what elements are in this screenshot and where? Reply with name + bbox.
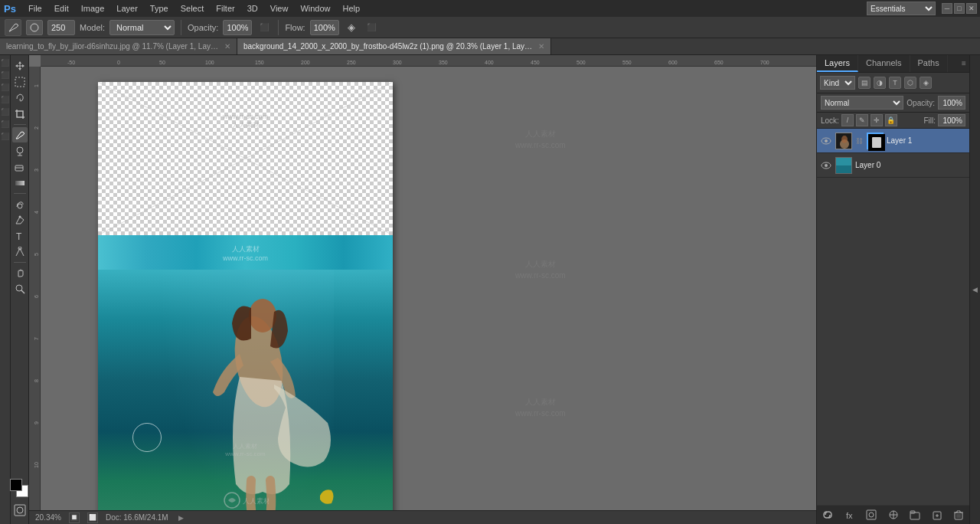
menu-layer[interactable]: Layer: [111, 2, 143, 15]
menu-help[interactable]: Help: [338, 2, 366, 15]
blend-mode-select[interactable]: Normal: [109, 20, 175, 35]
color-swatches[interactable]: [10, 479, 30, 499]
extra-icon-6[interactable]: ⬛: [1, 120, 10, 129]
menu-view[interactable]: View: [265, 2, 294, 15]
opacity-input[interactable]: 100%: [223, 20, 252, 35]
extra-icon-3[interactable]: ⬛: [1, 83, 10, 92]
flow-pressure-icon[interactable]: ⬛: [364, 20, 379, 35]
add-style-icon[interactable]: fx: [843, 508, 857, 522]
options-bar: 250 Model: Normal Opacity: 100% ⬛ Flow: …: [0, 17, 980, 38]
restore-button[interactable]: □: [954, 3, 965, 14]
extra-icon-4[interactable]: ⬛: [1, 95, 10, 104]
layer-item-0[interactable]: Layer 0: [817, 153, 969, 178]
tool-crop[interactable]: [12, 106, 28, 122]
svg-text:500: 500: [577, 60, 586, 65]
lock-position-icon[interactable]: ✛: [871, 114, 883, 126]
tab-0[interactable]: learning_to_fly_by_jlior-d6sinhzu.jpg @ …: [0, 38, 237, 54]
brush-preset-picker[interactable]: [26, 20, 43, 35]
lock-image-icon[interactable]: ✎: [856, 114, 868, 126]
minimize-button[interactable]: ─: [942, 3, 952, 14]
svg-text:50: 50: [159, 60, 165, 65]
tool-move[interactable]: [12, 58, 28, 74]
tool-brush[interactable]: [12, 127, 28, 142]
svg-rect-12: [15, 505, 25, 516]
tool-dodge-burn[interactable]: [12, 196, 28, 211]
status-arrow[interactable]: ▶: [176, 513, 187, 523]
tool-lasso[interactable]: [12, 90, 28, 106]
layer-opacity-input[interactable]: 100%: [938, 96, 965, 110]
fill-input[interactable]: 100%: [938, 114, 965, 126]
layer-1-visibility[interactable]: [820, 135, 832, 147]
menu-image[interactable]: Image: [76, 2, 110, 15]
extra-icon-2[interactable]: ⬛: [1, 70, 10, 80]
ruler-horizontal: -50 0 50 100 150 200 250 300 350 400 450…: [41, 55, 816, 67]
tool-gradient[interactable]: [12, 175, 28, 191]
tool-clone-stamp[interactable]: [12, 143, 28, 159]
tab-1-close[interactable]: ✕: [538, 42, 544, 51]
filter-adjust-icon[interactable]: ◑: [874, 77, 886, 89]
menu-select[interactable]: Select: [175, 2, 210, 15]
opacity-pressure-icon[interactable]: ⬛: [256, 20, 272, 35]
airbrush-icon[interactable]: ◈: [344, 20, 359, 35]
layer-blend-mode[interactable]: Normal: [821, 96, 903, 110]
menu-filter[interactable]: Filter: [211, 2, 240, 15]
tab-0-close[interactable]: ✕: [224, 42, 230, 51]
tool-hand[interactable]: [12, 265, 28, 280]
add-mask-icon[interactable]: [864, 508, 878, 522]
panel-tab-paths[interactable]: Paths: [910, 55, 948, 72]
close-button[interactable]: ✕: [966, 3, 977, 14]
menu-window[interactable]: Window: [295, 2, 335, 15]
menu-3d[interactable]: 3D: [242, 2, 263, 15]
panel-collapse-button[interactable]: ◀: [969, 55, 980, 524]
panel-search-row: Kind ▤ ◑ T ⬡ ◈: [817, 73, 969, 93]
tool-sep-1: [14, 124, 26, 125]
tool-pen[interactable]: [12, 212, 28, 228]
panel-tab-channels[interactable]: Channels: [858, 55, 910, 72]
layer-0-visibility[interactable]: [820, 159, 832, 172]
layer-1-mask[interactable]: [867, 133, 884, 149]
tab-1[interactable]: background_14_2000_x_2000_by_frostbo-d45…: [237, 38, 551, 54]
extra-icon-7[interactable]: ⬛: [1, 132, 10, 141]
flow-input[interactable]: 100%: [310, 20, 339, 35]
foreground-color-swatch[interactable]: [10, 479, 22, 491]
panel-tab-layers[interactable]: Layers: [817, 55, 858, 72]
svg-text:fx: fx: [846, 511, 853, 520]
menu-bar: Ps File Edit Image Layer Type Select Fil…: [0, 0, 980, 17]
extra-icon-1[interactable]: ⬛: [1, 58, 10, 67]
filter-kind-select[interactable]: Kind: [820, 76, 855, 90]
menu-edit[interactable]: Edit: [49, 2, 74, 15]
extra-icon-5[interactable]: ⬛: [1, 107, 10, 116]
filter-shape-icon[interactable]: ⬡: [904, 77, 916, 89]
filter-pixel-icon[interactable]: ▤: [858, 77, 871, 89]
new-layer-icon[interactable]: [930, 508, 944, 522]
tool-zoom[interactable]: [12, 281, 28, 296]
filter-text-icon[interactable]: T: [889, 77, 901, 89]
menu-type[interactable]: Type: [145, 2, 174, 15]
canvas-area[interactable]: 人人素材www.rr-sc.com 人人素材www.rr-sc.com 人人素材…: [41, 67, 816, 510]
tool-sep-2: [14, 193, 26, 194]
tool-path-selection[interactable]: [12, 244, 28, 260]
layer-item-1[interactable]: ⛓ Layer 1: [817, 129, 969, 153]
tool-quick-mask[interactable]: [12, 503, 28, 518]
link-layers-icon[interactable]: [821, 508, 835, 522]
svg-point-54: [825, 164, 828, 167]
model-label: Model:: [80, 23, 105, 32]
tab-1-label: background_14_2000_x_2000_by_frostbo-d45…: [243, 42, 534, 51]
zoom-icon[interactable]: 🔲: [69, 513, 80, 523]
tool-selection[interactable]: [12, 74, 28, 90]
lock-artboard-icon[interactable]: 🔒: [885, 114, 897, 126]
adjustment-layer-icon[interactable]: [887, 508, 900, 522]
tool-text[interactable]: T: [12, 228, 28, 244]
status-icon-2[interactable]: ⬜: [87, 513, 98, 523]
doc-size: Doc: 16.6M/24.1M: [106, 513, 168, 522]
filter-smart-icon[interactable]: ◈: [920, 77, 932, 89]
lock-transparent-icon[interactable]: /: [841, 114, 854, 126]
canvas-watermark-water: 人人素材www.rr-sc.com: [223, 244, 268, 261]
delete-layer-icon[interactable]: [952, 508, 965, 522]
new-group-icon[interactable]: [908, 508, 922, 522]
menu-file[interactable]: File: [23, 2, 47, 15]
brush-size-input[interactable]: 250: [47, 20, 75, 35]
tool-eraser[interactable]: [12, 159, 28, 175]
panel-menu-icon[interactable]: ≡: [959, 55, 969, 70]
workspace-select[interactable]: Essentials: [867, 2, 936, 15]
